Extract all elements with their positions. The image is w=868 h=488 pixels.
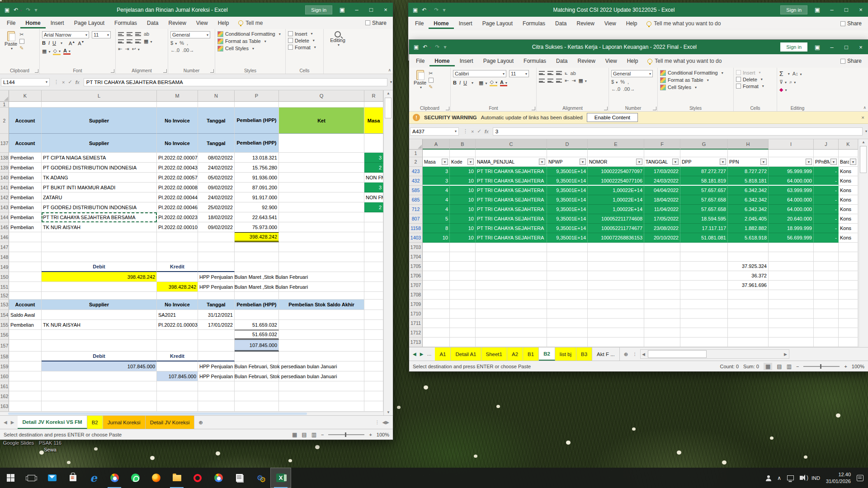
cell-L161[interactable] [42,381,157,391]
cell-M160[interactable]: 107.845.000 [157,371,198,381]
font-size-select[interactable]: 11▾ [92,31,111,38]
menu-tab-view[interactable]: View [191,18,213,28]
cell-I1[interactable] [769,150,814,157]
cell-P156[interactable]: 51.659.032 [235,330,279,340]
cell-K151[interactable] [9,282,42,292]
cell-E432[interactable]: 100022254077106 [588,176,644,186]
sheet-tab-detail-a1[interactable]: Detail A1 [451,347,481,361]
cell-H1403[interactable]: 5.618.918 [728,233,769,243]
cell-P143[interactable]: 92.900 [235,202,279,212]
font-dialog-launcher[interactable] [532,107,535,110]
new-sheet-button[interactable]: ⊕ [620,347,632,361]
cell-N138[interactable]: 08/02/2022 [198,153,235,163]
filter-dropdown-icon[interactable]: ▼ [720,159,726,165]
cell-I712[interactable]: 64.000.000 [769,205,814,214]
cell-E1703[interactable] [588,243,644,252]
cell-C1706[interactable] [476,271,547,281]
cell-L160[interactable] [42,371,157,381]
cell-M156[interactable] [157,330,198,340]
cell-D1711[interactable] [547,319,588,328]
cell-B1706[interactable] [450,271,476,281]
cell-N150[interactable]: HPP Penjualan Bulan Maret ,Stok Bulan Fe… [198,272,235,282]
row-header-140[interactable]: 140 [0,173,9,183]
alignment-dialog-launcher[interactable] [604,107,608,110]
back-sign-in-button[interactable]: Sign in [780,5,807,14]
menu-tab-file[interactable]: File [411,56,429,66]
column-header-E[interactable]: E [588,139,644,150]
action-center-icon[interactable] [857,475,863,481]
cell-F1707[interactable] [644,281,680,290]
row-header-2[interactable]: 2 [409,157,423,167]
menu-tab-insert[interactable]: Insert [455,56,478,66]
zoom-slider[interactable] [803,366,840,367]
format-as-table-button[interactable]: Format as Table▾ [660,77,731,83]
cell-A807[interactable]: 5 [423,214,450,224]
cell-K137[interactable]: Account [9,134,42,153]
menu-tab-home[interactable]: Home [429,56,454,66]
row-header-1707[interactable]: 1707 [409,281,423,290]
taskbar-sticky-notes-icon[interactable] [229,468,250,488]
cell-L156[interactable] [42,330,157,340]
cell-H1707[interactable]: 37.961.696 [728,281,769,290]
clock[interactable]: 12.40 31/01/2026 [826,471,851,484]
cell-K158[interactable] [9,352,42,361]
format-cells-button[interactable]: Format▾ [288,45,321,50]
cell-H2[interactable]: PPN▼ [728,157,769,167]
scroll-up-icon[interactable]: ▲ [859,140,868,144]
filter-dropdown-icon[interactable]: ▼ [760,159,767,165]
filter-dropdown-icon[interactable]: ▼ [636,159,642,165]
cell-H712[interactable]: 6.342.342 [728,205,769,214]
cell-J423[interactable]: - [814,167,839,176]
cell-D1705[interactable] [547,262,588,271]
cell-I1710[interactable] [769,309,814,319]
cell-F1[interactable] [644,150,680,157]
cell-A685[interactable]: 4 [423,195,450,205]
cell-L137[interactable]: Supplier [42,134,157,153]
cell-R1[interactable] [364,102,383,108]
cell-C1705[interactable] [476,262,547,271]
page-break-view-icon[interactable]: ▥ [787,363,792,370]
row-header-146[interactable]: 146 [0,232,9,242]
cell-E712[interactable]: 1,00022E+14 [588,205,644,214]
cell-K807[interactable]: Kons [839,214,858,224]
left-scroll-thumb[interactable] [385,98,392,118]
cell-E1704[interactable] [588,252,644,262]
cell-J432[interactable]: - [814,176,839,186]
collapse-ribbon-icon[interactable]: ∧ [388,68,391,72]
menu-tab-help[interactable]: Help [621,18,642,29]
cell-R138[interactable]: 3 [364,153,383,163]
cell-K1704[interactable] [839,252,858,262]
cell-E1709[interactable] [588,300,644,309]
cell-A1710[interactable] [423,309,450,319]
cell-J1712[interactable] [814,328,839,338]
cell-B1707[interactable] [450,281,476,290]
column-header-G[interactable]: G [680,139,728,150]
row-header-157[interactable]: 157 [0,340,9,352]
copy-icon[interactable] [429,78,434,83]
menu-tab-insert[interactable]: Insert [454,18,477,29]
cell-A1708[interactable] [423,290,450,300]
cell-K2[interactable]: Account [9,108,42,134]
cell-A1403[interactable]: 10 [423,233,450,243]
cell-N160[interactable]: HPP Penjualan Bulan Februari, Stok perse… [198,371,235,381]
comma-style-icon[interactable]: , [187,40,188,46]
cell-R161[interactable] [364,381,383,391]
menu-tab-insert[interactable]: Insert [46,18,69,28]
cell-M2[interactable]: No Invoice [157,108,198,134]
cell-I1703[interactable] [769,243,814,252]
merge-center-icon[interactable]: ▦▾ [144,38,152,44]
left-spreadsheet[interactable]: KLMNPQR12AccountSupplierNo InvoiceTangga… [0,90,383,412]
cell-Q152[interactable] [279,292,364,300]
cell-R152[interactable] [364,292,383,300]
format-painter-icon[interactable]: ✎ [19,45,24,51]
cell-K1710[interactable] [839,309,858,319]
cell-D1712[interactable] [547,328,588,338]
font-dialog-launcher[interactable] [111,69,114,73]
autosum-icon[interactable]: Σ [779,70,783,77]
filter-dropdown-icon[interactable]: ▼ [806,159,812,165]
cell-M154[interactable]: SA2021 [157,310,198,320]
cell-K685[interactable]: Kons [839,195,858,205]
right-sign-in-button[interactable]: Sign in [780,42,807,52]
row-header-1158[interactable]: 1158 [409,224,423,233]
cell-R163[interactable] [364,401,383,412]
